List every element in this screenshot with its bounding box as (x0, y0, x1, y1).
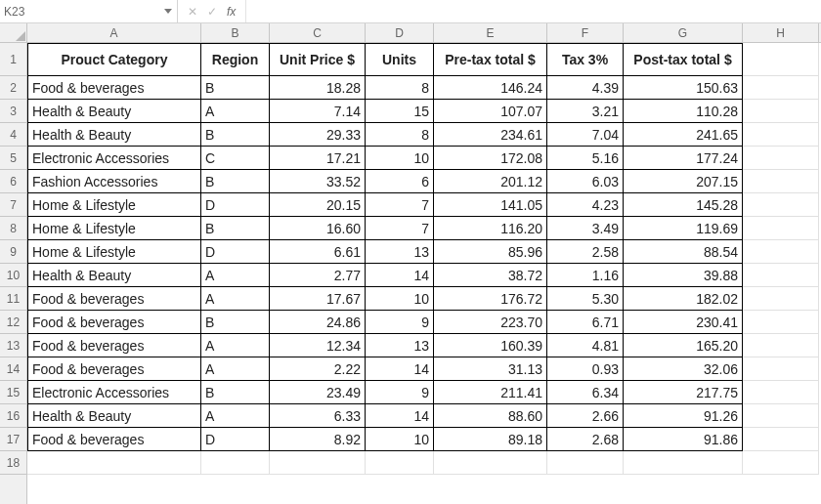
cell-B14[interactable]: A (201, 357, 270, 381)
cell-D10[interactable]: 14 (366, 264, 434, 287)
cell-G10[interactable]: 39.88 (624, 264, 743, 287)
cell-E17[interactable]: 89.18 (434, 428, 547, 451)
cell-F3[interactable]: 3.21 (547, 100, 624, 123)
cell-E13[interactable]: 160.39 (434, 334, 547, 357)
cell-G4[interactable]: 241.65 (624, 123, 743, 147)
cell-C17[interactable]: 8.92 (270, 428, 366, 451)
cell-H4[interactable] (743, 123, 819, 147)
col-header-F[interactable]: F (547, 23, 624, 43)
formula-input[interactable] (246, 0, 821, 22)
cell-H18[interactable] (743, 451, 819, 475)
cell-C16[interactable]: 6.33 (270, 404, 366, 428)
row-header-10[interactable]: 10 (0, 264, 26, 287)
cell-E14[interactable]: 31.13 (434, 357, 547, 381)
cell-E18[interactable] (434, 451, 547, 475)
cell-G6[interactable]: 207.15 (624, 170, 743, 193)
cell-D5[interactable]: 10 (366, 147, 434, 170)
cell-C3[interactable]: 7.14 (270, 100, 366, 123)
cell-G13[interactable]: 165.20 (624, 334, 743, 357)
cell-C1[interactable]: Unit Price $ (270, 43, 366, 76)
cell-A5[interactable]: Electronic Accessories (27, 147, 201, 170)
cell-H7[interactable] (743, 193, 819, 217)
cell-A10[interactable]: Health & Beauty (27, 264, 201, 287)
cell-B12[interactable]: B (201, 311, 270, 334)
cell-C5[interactable]: 17.21 (270, 147, 366, 170)
cell-E2[interactable]: 146.24 (434, 76, 547, 100)
cell-H2[interactable] (743, 76, 819, 100)
row-header-4[interactable]: 4 (0, 123, 26, 147)
cell-A8[interactable]: Home & Lifestyle (27, 217, 201, 240)
cell-E3[interactable]: 107.07 (434, 100, 547, 123)
cell-F2[interactable]: 4.39 (547, 76, 624, 100)
cell-G14[interactable]: 32.06 (624, 357, 743, 381)
cell-A12[interactable]: Food & beverages (27, 311, 201, 334)
cell-E16[interactable]: 88.60 (434, 404, 547, 428)
cell-A6[interactable]: Fashion Accessories (27, 170, 201, 193)
cell-F1[interactable]: Tax 3% (547, 43, 624, 76)
row-header-6[interactable]: 6 (0, 170, 26, 193)
col-header-H[interactable]: H (743, 23, 819, 43)
cell-F13[interactable]: 4.81 (547, 334, 624, 357)
cell-E5[interactable]: 172.08 (434, 147, 547, 170)
cell-H13[interactable] (743, 334, 819, 357)
row-header-13[interactable]: 13 (0, 334, 26, 357)
cell-E4[interactable]: 234.61 (434, 123, 547, 147)
cell-B13[interactable]: A (201, 334, 270, 357)
cell-A14[interactable]: Food & beverages (27, 357, 201, 381)
cell-A7[interactable]: Home & Lifestyle (27, 193, 201, 217)
cell-F14[interactable]: 0.93 (547, 357, 624, 381)
cell-G3[interactable]: 110.28 (624, 100, 743, 123)
cell-H8[interactable] (743, 217, 819, 240)
cell-E9[interactable]: 85.96 (434, 240, 547, 264)
row-header-17[interactable]: 17 (0, 428, 26, 451)
cell-B1[interactable]: Region (201, 43, 270, 76)
cell-D16[interactable]: 14 (366, 404, 434, 428)
cell-G2[interactable]: 150.63 (624, 76, 743, 100)
cell-D14[interactable]: 14 (366, 357, 434, 381)
cell-H15[interactable] (743, 381, 819, 404)
row-header-2[interactable]: 2 (0, 76, 26, 100)
cell-D6[interactable]: 6 (366, 170, 434, 193)
row-header-3[interactable]: 3 (0, 100, 26, 123)
cell-H1[interactable] (743, 43, 819, 76)
cell-D1[interactable]: Units (366, 43, 434, 76)
cell-C9[interactable]: 6.61 (270, 240, 366, 264)
row-header-7[interactable]: 7 (0, 193, 26, 217)
cell-D8[interactable]: 7 (366, 217, 434, 240)
cell-C12[interactable]: 24.86 (270, 311, 366, 334)
cell-C8[interactable]: 16.60 (270, 217, 366, 240)
cell-E10[interactable]: 38.72 (434, 264, 547, 287)
cell-H14[interactable] (743, 357, 819, 381)
cell-H12[interactable] (743, 311, 819, 334)
cell-H16[interactable] (743, 404, 819, 428)
cell-A9[interactable]: Home & Lifestyle (27, 240, 201, 264)
col-header-C[interactable]: C (270, 23, 366, 43)
cell-C14[interactable]: 2.22 (270, 357, 366, 381)
cell-F10[interactable]: 1.16 (547, 264, 624, 287)
cell-G7[interactable]: 145.28 (624, 193, 743, 217)
row-header-14[interactable]: 14 (0, 357, 26, 381)
cell-C2[interactable]: 18.28 (270, 76, 366, 100)
cell-B6[interactable]: B (201, 170, 270, 193)
cell-B5[interactable]: C (201, 147, 270, 170)
cell-D17[interactable]: 10 (366, 428, 434, 451)
cell-C4[interactable]: 29.33 (270, 123, 366, 147)
cell-A4[interactable]: Health & Beauty (27, 123, 201, 147)
cell-D2[interactable]: 8 (366, 76, 434, 100)
row-header-12[interactable]: 12 (0, 311, 26, 334)
cell-C13[interactable]: 12.34 (270, 334, 366, 357)
cell-C6[interactable]: 33.52 (270, 170, 366, 193)
col-header-E[interactable]: E (434, 23, 547, 43)
cell-F5[interactable]: 5.16 (547, 147, 624, 170)
cell-F17[interactable]: 2.68 (547, 428, 624, 451)
cell-F6[interactable]: 6.03 (547, 170, 624, 193)
cell-F8[interactable]: 3.49 (547, 217, 624, 240)
cell-B16[interactable]: A (201, 404, 270, 428)
cell-A11[interactable]: Food & beverages (27, 287, 201, 311)
cell-E6[interactable]: 201.12 (434, 170, 547, 193)
cell-D7[interactable]: 7 (366, 193, 434, 217)
cell-B18[interactable] (201, 451, 270, 475)
row-header-5[interactable]: 5 (0, 147, 26, 170)
cell-A13[interactable]: Food & beverages (27, 334, 201, 357)
col-header-A[interactable]: A (27, 23, 201, 43)
